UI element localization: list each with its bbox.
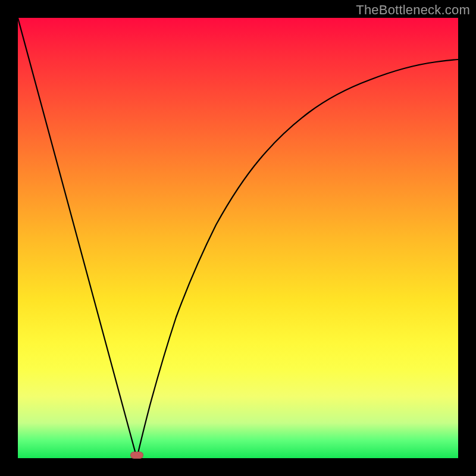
chart-frame: TheBottleneck.com [0,0,476,476]
curve-left-branch [18,18,137,458]
watermark-text: TheBottleneck.com [356,2,470,18]
bottleneck-curve [18,18,458,458]
min-point-marker [130,452,143,459]
gradient-plot-area [18,18,458,458]
curve-right-branch [137,60,458,458]
